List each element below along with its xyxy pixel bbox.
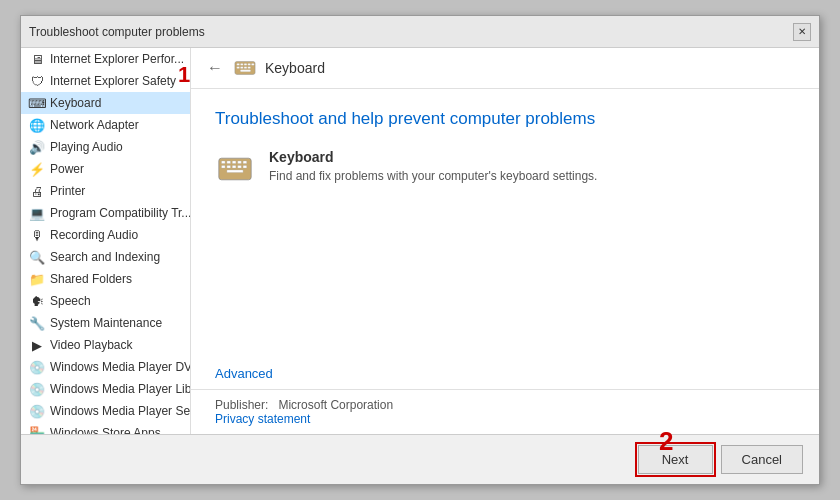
recording-audio-icon: 🎙: [29, 227, 45, 243]
video-playback-label: Video Playback: [50, 338, 133, 352]
sidebar-item-program-compatibility[interactable]: 💻Program Compatibility Tr...: [21, 202, 190, 224]
windows-store-label: Windows Store Apps: [50, 426, 161, 434]
sidebar-item-video-playback[interactable]: ▶Video Playback: [21, 334, 190, 356]
sidebar-item-speech[interactable]: 🗣Speech: [21, 290, 190, 312]
publisher-value: Microsoft Corporation: [278, 398, 393, 412]
svg-rect-6: [237, 67, 240, 69]
keyboard-label: Keyboard: [50, 96, 101, 110]
svg-rect-21: [243, 165, 247, 168]
close-button[interactable]: ✕: [793, 23, 811, 41]
system-maintenance-icon: 🔧: [29, 315, 45, 331]
speech-icon: 🗣: [29, 293, 45, 309]
svg-rect-16: [243, 161, 247, 164]
header-title: Keyboard: [265, 60, 325, 76]
card-keyboard-icon: [215, 149, 255, 189]
svg-rect-7: [240, 67, 243, 69]
advanced-link[interactable]: Advanced: [215, 366, 273, 381]
svg-rect-10: [240, 70, 250, 72]
svg-rect-18: [227, 165, 231, 168]
svg-rect-13: [227, 161, 231, 164]
svg-rect-20: [238, 165, 242, 168]
annotation-1: 1: [178, 62, 190, 88]
search-indexing-icon: 🔍: [29, 249, 45, 265]
keyboard-header-icon: [233, 56, 257, 80]
windows-media-dvd-label: Windows Media Player DV...: [50, 360, 190, 374]
svg-rect-3: [244, 63, 247, 65]
sidebar-item-search-indexing[interactable]: 🔍Search and Indexing: [21, 246, 190, 268]
svg-rect-14: [232, 161, 236, 164]
svg-rect-19: [232, 165, 236, 168]
content-area: 🖥Internet Explorer Perfor...🛡Internet Ex…: [21, 48, 819, 434]
main-panel: ←: [191, 48, 819, 434]
sidebar: 🖥Internet Explorer Perfor...🛡Internet Ex…: [21, 48, 191, 434]
windows-media-dvd-icon: 💿: [29, 359, 45, 375]
svg-rect-1: [237, 63, 240, 65]
annotation-2: 2: [659, 426, 673, 457]
sidebar-item-windows-media-lib[interactable]: 💿Windows Media Player Lib...: [21, 378, 190, 400]
windows-media-lib-icon: 💿: [29, 381, 45, 397]
speech-label: Speech: [50, 294, 91, 308]
svg-rect-17: [222, 165, 226, 168]
internet-explorer-perf-icon: 🖥: [29, 51, 45, 67]
sidebar-item-windows-media-dvd[interactable]: 💿Windows Media Player DV...: [21, 356, 190, 378]
sidebar-item-internet-explorer-perf[interactable]: 🖥Internet Explorer Perfor...: [21, 48, 190, 70]
title-controls: ✕: [793, 23, 811, 41]
shared-folders-label: Shared Folders: [50, 272, 132, 286]
windows-media-set-icon: 💿: [29, 403, 45, 419]
recording-audio-label: Recording Audio: [50, 228, 138, 242]
sidebar-item-windows-media-set[interactable]: 💿Windows Media Player Se...: [21, 400, 190, 422]
card-title: Keyboard: [269, 149, 597, 165]
sidebar-item-printer[interactable]: 🖨Printer: [21, 180, 190, 202]
main-content: Troubleshoot and help prevent computer p…: [191, 89, 819, 366]
program-compatibility-icon: 💻: [29, 205, 45, 221]
troubleshooter-card: Keyboard Find and fix problems with your…: [215, 149, 795, 189]
svg-rect-9: [248, 67, 251, 69]
title-bar: Troubleshoot computer problems ✕: [21, 16, 819, 48]
cancel-button[interactable]: Cancel: [721, 445, 803, 474]
svg-rect-4: [248, 63, 251, 65]
power-label: Power: [50, 162, 84, 176]
publisher-info: Publisher: Microsoft Corporation Privacy…: [191, 389, 819, 434]
system-maintenance-label: System Maintenance: [50, 316, 162, 330]
footer-links: Advanced: [191, 366, 819, 381]
playing-audio-icon: 🔊: [29, 139, 45, 155]
main-header: ←: [191, 48, 819, 89]
internet-explorer-safety-label: Internet Explorer Safety: [50, 74, 176, 88]
power-icon: ⚡: [29, 161, 45, 177]
window-title: Troubleshoot computer problems: [29, 25, 205, 39]
printer-label: Printer: [50, 184, 85, 198]
sidebar-item-network-adapter[interactable]: 🌐Network Adapter: [21, 114, 190, 136]
back-button[interactable]: ←: [207, 59, 223, 77]
network-adapter-label: Network Adapter: [50, 118, 139, 132]
bottom-bar: Next Cancel: [21, 434, 819, 484]
internet-explorer-safety-icon: 🛡: [29, 73, 45, 89]
printer-icon: 🖨: [29, 183, 45, 199]
svg-rect-12: [222, 161, 226, 164]
windows-media-lib-label: Windows Media Player Lib...: [50, 382, 190, 396]
sidebar-item-recording-audio[interactable]: 🎙Recording Audio: [21, 224, 190, 246]
shared-folders-icon: 📁: [29, 271, 45, 287]
sidebar-item-system-maintenance[interactable]: 🔧System Maintenance: [21, 312, 190, 334]
privacy-link[interactable]: Privacy statement: [215, 412, 310, 426]
sidebar-item-power[interactable]: ⚡Power: [21, 158, 190, 180]
sidebar-item-internet-explorer-safety[interactable]: 🛡Internet Explorer Safety: [21, 70, 190, 92]
sidebar-item-shared-folders[interactable]: 📁Shared Folders: [21, 268, 190, 290]
card-text: Keyboard Find and fix problems with your…: [269, 149, 597, 183]
next-button[interactable]: Next: [638, 445, 713, 474]
network-adapter-icon: 🌐: [29, 117, 45, 133]
card-description: Find and fix problems with your computer…: [269, 169, 597, 183]
svg-rect-5: [251, 63, 254, 65]
sidebar-item-keyboard[interactable]: ⌨Keyboard: [21, 92, 190, 114]
internet-explorer-perf-label: Internet Explorer Perfor...: [50, 52, 184, 66]
svg-rect-2: [240, 63, 243, 65]
windows-media-set-label: Windows Media Player Se...: [50, 404, 190, 418]
main-heading: Troubleshoot and help prevent computer p…: [215, 109, 795, 129]
sidebar-item-windows-store[interactable]: 🏪Windows Store Apps: [21, 422, 190, 434]
svg-rect-15: [238, 161, 242, 164]
main-window: Troubleshoot computer problems ✕ 🖥Intern…: [20, 15, 820, 485]
video-playback-icon: ▶: [29, 337, 45, 353]
sidebar-item-playing-audio[interactable]: 🔊Playing Audio: [21, 136, 190, 158]
playing-audio-label: Playing Audio: [50, 140, 123, 154]
program-compatibility-label: Program Compatibility Tr...: [50, 206, 190, 220]
publisher-label: Publisher:: [215, 398, 268, 412]
